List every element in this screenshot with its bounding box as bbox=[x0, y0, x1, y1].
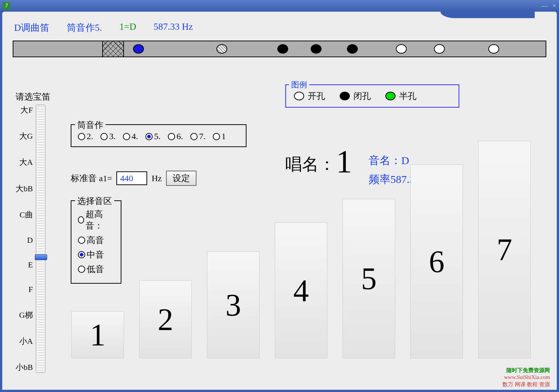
slider-label: G梆 bbox=[19, 310, 33, 321]
flute-slider[interactable] bbox=[36, 105, 45, 373]
tongyin-radio-5[interactable]: 5. bbox=[145, 132, 161, 141]
legend-closed: 闭孔 bbox=[340, 90, 371, 102]
radio-icon bbox=[145, 133, 153, 140]
client-area: D调曲笛 筒音作5. 1=D 587.33 Hz 图例 开孔 闭孔 bbox=[2, 12, 557, 390]
slider-label: C曲 bbox=[20, 209, 33, 220]
tongyin-group-title: 筒音作 bbox=[75, 119, 105, 131]
chart-bar-label: 2 bbox=[158, 301, 173, 338]
slider-label: 小A bbox=[19, 336, 33, 347]
flute-hole-striped-icon bbox=[216, 44, 227, 54]
flute-diagram bbox=[13, 41, 546, 57]
slider-label: 大bB bbox=[16, 183, 33, 194]
chart-bar-5[interactable]: 5 bbox=[343, 199, 395, 358]
flute-hole-white-icon bbox=[434, 44, 445, 54]
radio-label: 1 bbox=[221, 132, 226, 141]
titlebar-notch bbox=[440, 12, 535, 18]
open-hole-icon bbox=[294, 92, 304, 100]
slider-label: 大A bbox=[19, 157, 33, 168]
half-hole-icon bbox=[385, 92, 396, 100]
radio-label: 6. bbox=[177, 132, 183, 141]
radio-label: 7. bbox=[199, 132, 206, 141]
chart-bar-label: 7 bbox=[497, 232, 512, 268]
radio-icon bbox=[78, 133, 85, 140]
flute-hole-black-icon bbox=[277, 44, 288, 54]
chart-bar-6[interactable]: 6 bbox=[410, 164, 463, 358]
flute-select-label: 请选宝笛 bbox=[16, 91, 50, 103]
flute-hole-black-icon bbox=[347, 44, 358, 54]
chart-bar-2[interactable]: 2 bbox=[139, 280, 192, 358]
flute-hole-white-icon bbox=[396, 44, 407, 54]
legend-title: 图例 bbox=[289, 79, 309, 90]
tongyin-radio-6[interactable]: 6. bbox=[168, 132, 183, 141]
tongyin-radio-4[interactable]: 4. bbox=[123, 132, 138, 141]
close-button[interactable]: × bbox=[552, 2, 556, 10]
watermark: 随时下免费资源网 www.SuiShiXia.com 数万 网课 教程 资源 bbox=[502, 367, 550, 388]
slider-label: E bbox=[28, 260, 33, 270]
legend-half: 半孔 bbox=[385, 90, 417, 102]
chart-bar-label: 3 bbox=[225, 287, 241, 323]
chart-bar-7[interactable]: 7 bbox=[478, 141, 531, 358]
slider-label: 小bB bbox=[16, 362, 33, 373]
flute-hole-white-icon bbox=[488, 44, 499, 54]
radio-icon bbox=[123, 133, 130, 140]
legend-box: 图例 开孔 闭孔 半孔 bbox=[285, 84, 459, 108]
tongyin-radio-7[interactable]: 7. bbox=[190, 132, 206, 141]
chart-bar-label: 1 bbox=[90, 317, 105, 353]
radio-icon bbox=[213, 133, 220, 140]
radio-label: 5. bbox=[154, 132, 161, 141]
header-info: D调曲笛 筒音作5. 1=D 587.33 Hz bbox=[14, 21, 546, 34]
slider-label: D bbox=[27, 235, 33, 245]
chart-bar-label: 5 bbox=[361, 260, 377, 297]
radio-label: 3. bbox=[109, 132, 116, 141]
minimize-button[interactable]: — bbox=[542, 2, 548, 10]
radio-label: 2. bbox=[87, 132, 93, 141]
legend-open: 开孔 bbox=[294, 90, 325, 102]
flute-membrane-icon bbox=[102, 41, 124, 57]
flute-key-label: D调曲笛 bbox=[14, 21, 49, 34]
slider-ticks-icon bbox=[37, 107, 44, 371]
slider-label: 大F bbox=[20, 105, 33, 116]
radio-label: 4. bbox=[132, 132, 138, 141]
titlebar: 7 — × bbox=[0, 0, 559, 12]
key-eq-label: 1=D bbox=[119, 21, 136, 34]
flute-hole-blue-icon bbox=[133, 44, 144, 54]
flute-hole-black-icon bbox=[311, 44, 322, 54]
chart-bar-1[interactable]: 1 bbox=[71, 311, 124, 358]
tongyin-label: 筒音作5. bbox=[67, 21, 102, 34]
tongyin-radio-3[interactable]: 3. bbox=[100, 132, 116, 141]
chart-bar-label: 6 bbox=[429, 243, 444, 280]
chart-bar-3[interactable]: 3 bbox=[207, 251, 260, 358]
chart-bar-4[interactable]: 4 bbox=[275, 222, 327, 358]
radio-icon bbox=[190, 133, 198, 140]
tongyin-radio-2[interactable]: 2. bbox=[78, 132, 93, 141]
closed-hole-icon bbox=[340, 92, 350, 100]
slider-thumb[interactable] bbox=[35, 254, 47, 260]
radio-icon bbox=[100, 133, 108, 140]
slider-label: F bbox=[28, 285, 33, 294]
tongyin-radio-1[interactable]: 1 bbox=[213, 132, 226, 141]
flute-select-panel: 请选宝笛 大F大G大A大bBC曲DEFG梆小A小bB bbox=[16, 91, 50, 373]
freq-label: 587.33 Hz bbox=[154, 21, 193, 34]
slider-label: 大G bbox=[19, 131, 33, 142]
note-bar-chart: 1234567 bbox=[71, 141, 538, 358]
chart-bar-label: 4 bbox=[293, 272, 309, 309]
radio-icon bbox=[168, 133, 175, 140]
app-icon: 7 bbox=[3, 2, 10, 9]
